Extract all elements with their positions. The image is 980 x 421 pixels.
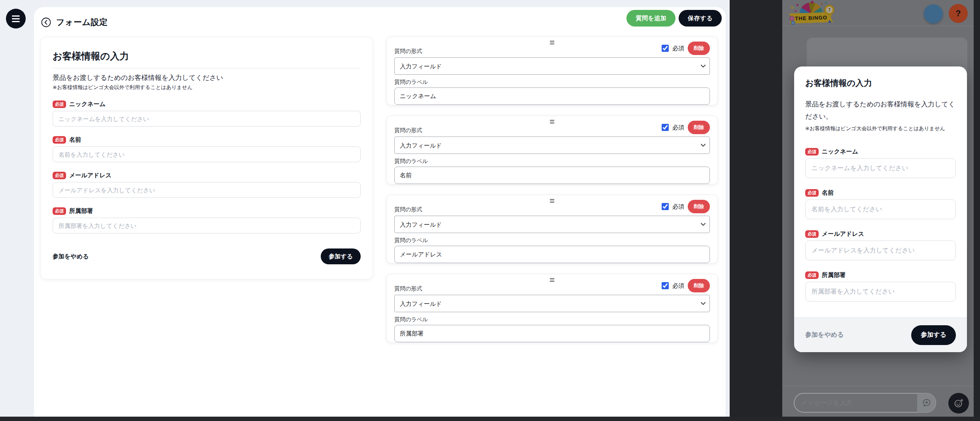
form-description: 景品をお渡しするためのお客様情報を入力してください <box>53 73 361 82</box>
required-label: 必須 <box>672 282 684 290</box>
modal-title: お客様情報の入力 <box>805 78 956 89</box>
required-label: 必須 <box>672 203 684 210</box>
form-settings-drawer: フォーム設定 質問を追加 保存する お客様情報の入力 景品をお渡しするためのお客… <box>0 0 730 417</box>
form-preview-card: お客様情報の入力 景品をお渡しするためのお客様情報を入力してください ※お客様情… <box>40 37 373 279</box>
department-input[interactable] <box>53 218 361 233</box>
required-checkbox[interactable] <box>662 203 669 210</box>
delete-question-button[interactable]: 削除 <box>688 121 710 134</box>
drag-handle-icon[interactable] <box>549 277 555 283</box>
question-label-input[interactable] <box>394 325 710 342</box>
quit-participation-link[interactable]: 参加をやめる <box>805 331 844 339</box>
question-format-label: 質問の形式 <box>394 127 422 134</box>
hamburger-icon <box>12 15 20 17</box>
field-label: 所属部署 <box>69 207 93 215</box>
form-settings-panel: フォーム設定 質問を追加 保存する お客様情報の入力 景品をお渡しするためのお客… <box>34 7 726 417</box>
question-editor-column: 質問の形式 必須 削除 入力フィールド 質問のラベル <box>386 36 718 343</box>
modal-note: ※お客様情報はビンゴ大会以外で利用することはありません <box>805 125 956 132</box>
panel-title-row: フォーム設定 <box>41 17 108 28</box>
field-label: 名前 <box>69 136 81 144</box>
preview-field-email: 必須 メールアドレス <box>53 172 361 198</box>
required-badge: 必須 <box>805 189 819 196</box>
question-format-select[interactable]: 入力フィールド <box>394 216 710 233</box>
name-input[interactable] <box>805 199 956 219</box>
modal-footer: 参加をやめる 参加する <box>794 317 967 352</box>
question-format-select[interactable]: 入力フィールド <box>394 57 710 75</box>
delete-question-button[interactable]: 削除 <box>688 279 710 292</box>
modal-field-name: 必須 名前 <box>805 189 956 219</box>
modal-fields: 必須 ニックネーム 必須 名前 必須 メールアドレス <box>805 148 956 302</box>
modal-field-department: 必須 所属部署 <box>805 271 956 302</box>
preview-field-nickname: 必須 ニックネーム <box>53 101 361 127</box>
scrollbar-track[interactable] <box>974 0 980 421</box>
question-label-input[interactable] <box>394 87 710 105</box>
question-label-label: 質問のラベル <box>394 158 710 165</box>
required-badge: 必須 <box>53 172 66 179</box>
back-icon[interactable] <box>41 17 51 27</box>
bingo-preview-region: ★ ★ THE BINGO 7 ★ ? <box>782 0 974 417</box>
preview-footer: 参加をやめる 参加する <box>53 248 361 264</box>
modal-field-nickname: 必須 ニックネーム <box>805 148 956 178</box>
required-checkbox[interactable] <box>662 282 669 289</box>
question-format-label: 質問の形式 <box>394 206 422 213</box>
preview-field-department: 必須 所属部署 <box>53 207 361 233</box>
page-title: フォーム設定 <box>56 17 108 28</box>
drag-handle-icon[interactable] <box>549 119 555 124</box>
required-badge: 必須 <box>53 207 66 214</box>
field-label: メールアドレス <box>822 230 864 238</box>
name-input[interactable] <box>53 146 361 162</box>
required-badge: 必須 <box>805 230 819 237</box>
delete-question-button[interactable]: 削除 <box>688 42 710 55</box>
department-input[interactable] <box>805 282 956 302</box>
question-format-label: 質問の形式 <box>394 48 422 55</box>
question-card-2: 質問の形式 必須 削除 入力フィールド 質問のラベル <box>386 116 718 184</box>
form-title: お客様情報の入力 <box>53 50 361 63</box>
form-note: ※お客様情報はビンゴ大会以外で利用することはありません <box>53 84 361 91</box>
panel-actions: 質問を追加 保存する <box>626 10 722 27</box>
modal-description: 景品をお渡しするためのお客様情報を入力してください。 <box>805 98 956 123</box>
question-format-select[interactable]: 入力フィールド <box>394 137 710 154</box>
required-badge: 必須 <box>805 148 819 155</box>
preview-field-name: 必須 名前 <box>53 136 361 162</box>
participant-form-modal: お客様情報の入力 景品をお渡しするためのお客様情報を入力してください。 ※お客様… <box>794 66 967 352</box>
delete-question-button[interactable]: 削除 <box>688 200 710 213</box>
nickname-input[interactable] <box>53 111 361 127</box>
question-label-input[interactable] <box>394 246 710 263</box>
divider <box>53 68 361 68</box>
drag-handle-icon[interactable] <box>549 198 555 203</box>
question-format-label: 質問の形式 <box>394 285 422 292</box>
join-button[interactable]: 参加する <box>911 325 956 345</box>
email-input[interactable] <box>805 241 956 260</box>
modal-field-email: 必須 メールアドレス <box>805 230 956 260</box>
required-badge: 必須 <box>805 271 819 279</box>
field-label: ニックネーム <box>822 148 858 156</box>
hamburger-menu-button[interactable] <box>6 9 26 28</box>
required-label: 必須 <box>672 124 684 131</box>
add-question-button[interactable]: 質問を追加 <box>626 10 675 27</box>
join-button[interactable]: 参加する <box>321 248 361 264</box>
quit-participation-link[interactable]: 参加をやめる <box>53 253 89 260</box>
save-button[interactable]: 保存する <box>679 10 722 27</box>
question-card-3: 質問の形式 必須 削除 入力フィールド 質問のラベル <box>386 195 718 264</box>
question-label-label: 質問のラベル <box>394 79 710 86</box>
field-label: 所属部署 <box>822 271 846 279</box>
question-card-1: 質問の形式 必須 削除 入力フィールド 質問のラベル <box>386 36 718 105</box>
required-badge: 必須 <box>53 136 66 143</box>
email-input[interactable] <box>53 182 361 198</box>
hamburger-icon <box>12 21 20 22</box>
question-label-label: 質問のラベル <box>394 316 710 323</box>
dimmed-bottom-strip <box>0 417 980 421</box>
question-label-label: 質問のラベル <box>394 237 710 244</box>
required-badge: 必須 <box>53 101 66 108</box>
drag-handle-icon[interactable] <box>549 40 555 45</box>
nickname-input[interactable] <box>805 158 956 178</box>
required-checkbox[interactable] <box>662 45 669 52</box>
question-format-select[interactable]: 入力フィールド <box>394 295 710 312</box>
field-label: メールアドレス <box>69 172 112 179</box>
question-label-input[interactable] <box>394 167 710 184</box>
field-label: ニックネーム <box>69 101 106 108</box>
question-card-4: 質問の形式 必須 削除 入力フィールド 質問のラベル <box>386 274 718 343</box>
hamburger-icon <box>12 18 20 19</box>
required-checkbox[interactable] <box>662 124 669 131</box>
field-label: 名前 <box>822 189 834 197</box>
required-label: 必須 <box>672 45 684 52</box>
